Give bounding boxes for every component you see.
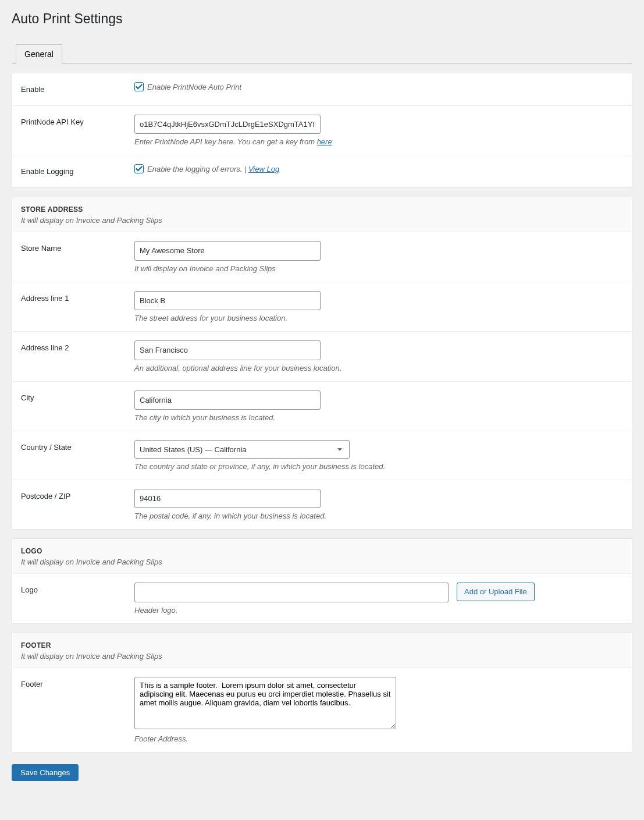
enable-label: Enable <box>12 73 129 106</box>
api-key-help-text: Enter PrintNode API key here. You can ge… <box>134 137 317 146</box>
logging-desc-text: Enable the logging of errors. | <box>147 165 248 173</box>
logo-label: Logo <box>12 574 129 623</box>
logging-desc: Enable the logging of errors. | View Log <box>147 165 279 173</box>
address1-label: Address line 1 <box>12 282 129 331</box>
logo-input[interactable] <box>134 583 449 602</box>
panel-footer: FOOTER It will display on Invoice and Pa… <box>12 633 632 752</box>
enable-checkbox-label[interactable]: Enable PrintNode Auto Print <box>134 82 241 91</box>
store-name-label: Store Name <box>12 232 129 282</box>
postcode-label: Postcode / ZIP <box>12 480 129 529</box>
logging-label: Enable Logging <box>12 155 129 188</box>
view-log-link[interactable]: View Log <box>248 165 279 173</box>
footer-subtitle: It will display on Invoice and Packing S… <box>21 652 623 661</box>
store-name-help: It will display on Invoice and Packing S… <box>134 264 623 273</box>
logo-help: Header logo. <box>134 606 623 615</box>
logo-header: LOGO <box>21 547 623 555</box>
address1-input[interactable] <box>134 291 321 310</box>
panel-logo: LOGO It will display on Invoice and Pack… <box>12 538 632 623</box>
add-upload-file-button[interactable]: Add or Upload File <box>457 583 535 601</box>
city-help: The city in which your business is locat… <box>134 413 623 422</box>
logging-checkbox[interactable] <box>134 164 144 173</box>
city-input[interactable] <box>134 391 321 410</box>
footer-header: FOOTER <box>21 641 623 649</box>
store-name-input[interactable] <box>134 241 321 260</box>
address2-help: An additional, optional address line for… <box>134 364 623 372</box>
address1-help: The street address for your business loc… <box>134 314 623 322</box>
address2-label: Address line 2 <box>12 332 129 381</box>
country-state-label: Country / State <box>12 431 129 480</box>
panel-store-address: STORE ADDRESS It will display on Invoice… <box>12 197 632 530</box>
api-key-help-link[interactable]: here <box>317 137 332 146</box>
postcode-input[interactable] <box>134 489 321 508</box>
footer-help: Footer Address. <box>134 734 623 743</box>
store-address-subtitle: It will display on Invoice and Packing S… <box>21 216 623 225</box>
save-changes-button[interactable]: Save Changes <box>12 764 79 781</box>
city-label: City <box>12 381 129 431</box>
footer-textarea[interactable] <box>134 677 396 729</box>
logging-checkbox-label[interactable]: Enable the logging of errors. | View Log <box>134 164 279 173</box>
api-key-help: Enter PrintNode API key here. You can ge… <box>134 137 623 146</box>
page-title: Auto Print Settings <box>12 6 632 38</box>
panel-general: Enable Enable PrintNode Auto Print Print… <box>12 73 632 188</box>
tab-general[interactable]: General <box>16 44 62 64</box>
logo-subtitle: It will display on Invoice and Packing S… <box>21 558 623 566</box>
footer-label: Footer <box>12 668 129 752</box>
address2-input[interactable] <box>134 340 321 360</box>
api-key-input[interactable] <box>134 115 321 134</box>
country-state-select[interactable]: United States (US) — California <box>134 440 350 459</box>
country-state-help: The country and state or province, if an… <box>134 462 623 471</box>
api-key-label: PrintNode API Key <box>12 106 129 155</box>
enable-checkbox[interactable] <box>134 82 144 91</box>
store-address-header: STORE ADDRESS <box>21 205 623 214</box>
enable-desc: Enable PrintNode Auto Print <box>147 83 241 91</box>
postcode-help: The postal code, if any, in which your b… <box>134 512 623 520</box>
tab-bar: General <box>12 38 632 64</box>
